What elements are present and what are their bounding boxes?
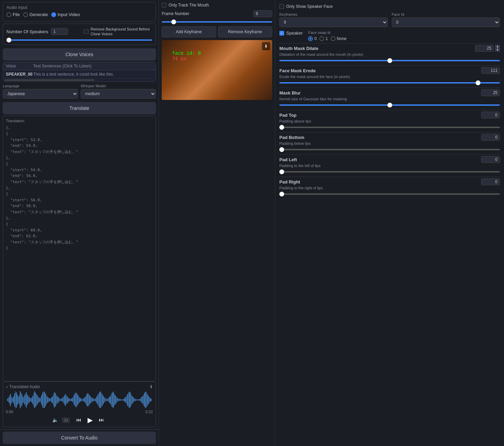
remove-keyframe-button[interactable]: Remove Keyframe [218, 26, 273, 37]
waveform-bar [91, 397, 92, 403]
waveform-bar [32, 396, 33, 404]
waveform-bar [9, 396, 10, 403]
waveform-bar [102, 394, 103, 406]
num-speakers-slider[interactable] [6, 39, 152, 41]
pad-right-input[interactable] [481, 178, 500, 185]
voices-scrollbar[interactable] [3, 79, 156, 81]
whisper-select[interactable]: medium [81, 89, 156, 99]
pad-top-desc: Padding above lips [279, 119, 500, 123]
waveform-bar [111, 394, 112, 406]
keyframes-select[interactable]: 9 [279, 17, 388, 27]
only-show-speaker-checkbox[interactable] [279, 4, 284, 9]
waveform-bar [104, 397, 105, 403]
mouth-mask-dilate-value-group: ▲ ▼ [475, 45, 500, 52]
play-button[interactable]: ▶ [88, 416, 93, 424]
face-swap-0-radio[interactable]: 0 [308, 36, 317, 41]
waveform-bar [114, 393, 115, 407]
remove-bg-label[interactable]: Remove Background Sound Before Clone Voi… [84, 27, 152, 37]
fast-forward-button[interactable]: ⏭ [97, 416, 106, 424]
waveform-bar [89, 395, 90, 405]
num-speakers-row: Number Of Speakers Remove Background Sou… [6, 27, 152, 37]
waveform-bar [117, 397, 117, 403]
middle-panel: Only Track The Mouth Frame Number Add Ke… [159, 0, 275, 446]
pad-bottom-input[interactable] [481, 134, 500, 141]
file-label: File [13, 12, 20, 17]
waveform-bar [147, 394, 148, 406]
waveform-bar [134, 398, 134, 402]
waveform-bar [105, 398, 105, 402]
language-select[interactable]: Japanese [3, 89, 78, 99]
speaker-label: Speaker [286, 30, 303, 36]
pad-right-thumb[interactable] [279, 192, 284, 196]
waveform-bar [138, 399, 139, 400]
translated-audio-label: Translated Audio [9, 384, 40, 389]
pad-left-thumb[interactable] [279, 169, 284, 174]
waveform-bar [51, 397, 52, 403]
waveform-bar [34, 393, 34, 407]
face-swap-group: Face swap id 0 1 None [308, 30, 500, 41]
pad-top-input[interactable] [481, 112, 500, 118]
face-mask-erode-input[interactable] [481, 67, 500, 74]
translation-content[interactable]: }, { "start": 52.0, "end": 54.0, "text":… [6, 125, 153, 378]
face-swap-label: Face swap id [308, 30, 500, 35]
waveform-bar [134, 398, 135, 401]
volume-icon[interactable]: 🔈 [52, 417, 58, 423]
pad-top-thumb[interactable] [279, 125, 284, 130]
frame-number-slider[interactable] [162, 21, 272, 23]
translate-button[interactable]: Translate [3, 102, 156, 114]
frame-number-input[interactable] [253, 10, 272, 17]
waveform-bar [75, 393, 76, 407]
convert-button[interactable]: Convert To Audio [3, 432, 156, 444]
rewind-button[interactable]: ⏮ [74, 416, 83, 424]
test-sentences-col-header: Test Sentences (Click To Listen) [33, 64, 153, 68]
download-icon[interactable]: ⬇ [149, 384, 153, 389]
speaker-checkbox[interactable]: ✓ [279, 31, 284, 36]
mask-blur-header: Mask Blur [279, 89, 500, 96]
speaker-text[interactable]: This is a test sentence, it could look l… [33, 72, 153, 77]
waveform-bar [41, 395, 42, 405]
waveform-bar [145, 392, 146, 408]
mouth-mask-dilate-input[interactable] [475, 45, 494, 52]
add-keyframe-button[interactable]: Add Keyframe [162, 26, 216, 37]
video-download-button[interactable]: ⬇ [262, 42, 270, 50]
generate-label: Generate [29, 12, 48, 17]
generate-radio[interactable]: Generate [23, 12, 48, 17]
waveform-bar [15, 391, 16, 408]
waveform-bar [46, 395, 47, 405]
face-swap-1-radio[interactable]: 1 [319, 36, 328, 41]
speaker-row: SPEAKER_00 This is a test sentence, it c… [3, 70, 156, 79]
waveform-bar [36, 394, 37, 406]
track-mouth-row: Only Track The Mouth [162, 3, 272, 8]
waveform-bar [100, 391, 101, 408]
waveform-bar [45, 393, 46, 406]
waveform-bar [61, 398, 62, 401]
pad-bottom-desc: Padding below lips [279, 141, 500, 145]
pad-left-header: Pad Left [279, 156, 500, 163]
track-mouth-checkbox[interactable] [162, 3, 167, 8]
music-icon: ♪ [6, 384, 8, 389]
voices-section: Voice Test Sentences (Click To Listen) S… [3, 62, 156, 82]
face-mask-erode-header: Face Mask Erode [279, 67, 500, 74]
face-mask-erode-thumb[interactable] [476, 80, 480, 85]
remove-bg-text: Remove Background Sound Before Clone Voi… [91, 27, 152, 37]
mouth-mask-dilate-down[interactable]: ▼ [495, 48, 500, 52]
mouth-mask-dilate-up[interactable]: ▲ [495, 45, 500, 48]
waveform-bar [139, 399, 140, 401]
mask-blur-input[interactable] [481, 89, 500, 96]
waveform-bar [88, 393, 88, 407]
mouth-mask-dilate-thumb[interactable] [387, 58, 392, 63]
input-video-radio[interactable]: Input Video [51, 12, 80, 17]
pad-bottom-thumb[interactable] [279, 147, 284, 152]
waveform-bar [39, 397, 39, 403]
pad-left-input[interactable] [481, 156, 500, 163]
face-px-text: 74 px [172, 56, 201, 61]
file-radio[interactable]: File [6, 12, 20, 17]
face-swap-none-radio[interactable]: None [331, 36, 347, 41]
mouth-mask-dilate-spinners: ▲ ▼ [495, 45, 500, 52]
num-speakers-input[interactable] [51, 28, 68, 35]
clone-voices-button[interactable]: Clone Voices [3, 48, 156, 61]
keyframes-faceid-row: Keyframes 9 Face Id 0 [279, 12, 500, 27]
mask-blur-thumb[interactable] [387, 103, 392, 107]
face-id-select[interactable]: 0 [392, 17, 500, 27]
speed-badge[interactable]: 1x [62, 418, 70, 423]
